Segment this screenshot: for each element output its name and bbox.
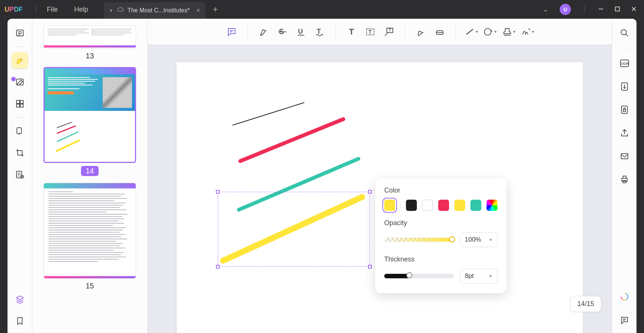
document-tab[interactable]: ▼ The Most C...Institutes* × xyxy=(104,2,205,19)
active-mode-indicator-icon xyxy=(11,77,16,81)
svg-rect-33 xyxy=(623,176,626,178)
svg-rect-8 xyxy=(17,128,21,134)
convert-button[interactable] xyxy=(616,78,633,95)
search-button[interactable] xyxy=(616,25,633,41)
page-thumbnail-15[interactable] xyxy=(43,183,136,279)
minimize-button[interactable] xyxy=(598,6,604,13)
bookmark-button[interactable] xyxy=(12,313,28,329)
dropdown-icon[interactable]: ▼ xyxy=(532,30,535,34)
redact-button[interactable] xyxy=(12,166,28,183)
document-page[interactable]: Color Opacity xyxy=(177,62,583,333)
user-avatar[interactable]: U xyxy=(560,4,571,15)
chevron-down-icon[interactable]: ▼ xyxy=(109,8,113,13)
app-shell: 13 xyxy=(7,19,637,333)
opacity-dropdown[interactable]: 100% ▼ xyxy=(460,232,497,247)
share-button[interactable] xyxy=(616,125,633,141)
textbox-tool[interactable]: T xyxy=(363,24,378,39)
color-swatch-yellow[interactable] xyxy=(454,200,465,211)
dropdown-icon: ▼ xyxy=(489,238,493,242)
separator xyxy=(335,25,336,38)
note-tool[interactable] xyxy=(224,24,239,39)
close-window-button[interactable] xyxy=(631,6,637,13)
menu-help[interactable]: Help xyxy=(66,6,96,13)
dropdown-icon[interactable]: ▼ xyxy=(475,30,479,34)
svg-rect-30 xyxy=(623,109,626,112)
svg-text:T: T xyxy=(389,28,391,32)
opacity-slider[interactable] xyxy=(384,237,454,242)
thickness-value: 8pt xyxy=(465,272,474,280)
canvas-area[interactable]: Color Opacity xyxy=(148,45,612,333)
ocr-button[interactable]: OCR xyxy=(616,55,633,72)
svg-text:UPDF: UPDF xyxy=(4,6,23,13)
organize-pages-button[interactable] xyxy=(12,96,28,112)
menu-divider xyxy=(36,5,36,13)
separator xyxy=(16,46,24,47)
page-thumbnail-13[interactable] xyxy=(43,25,136,49)
svg-text:OCR: OCR xyxy=(621,62,629,66)
text-tool[interactable]: T xyxy=(344,24,359,39)
thickness-dropdown[interactable]: 8pt ▼ xyxy=(460,269,497,284)
maximize-button[interactable] xyxy=(615,6,620,13)
comment-mode-button[interactable] xyxy=(12,52,28,69)
svg-point-25 xyxy=(621,30,626,35)
color-swatch-teal[interactable] xyxy=(470,200,481,211)
collapse-tabs-button[interactable]: ⌄ xyxy=(543,5,548,13)
thickness-label: Thickness xyxy=(384,255,497,263)
stamp-tool[interactable]: ▼ xyxy=(502,24,517,39)
tools-convert-button[interactable] xyxy=(12,123,28,139)
svg-rect-7 xyxy=(20,104,23,107)
color-current-swatch[interactable] xyxy=(384,200,395,211)
print-button[interactable] xyxy=(616,171,633,188)
color-picker-button[interactable] xyxy=(487,200,497,211)
dropdown-icon[interactable]: ▼ xyxy=(494,30,497,34)
close-tab-button[interactable]: × xyxy=(196,7,200,14)
color-swatch-red[interactable] xyxy=(438,200,449,211)
ai-assistant-button[interactable] xyxy=(616,289,633,305)
callout-tool[interactable]: T xyxy=(382,24,397,39)
crop-button[interactable] xyxy=(12,145,28,161)
annotation-line[interactable] xyxy=(233,103,304,125)
separator xyxy=(455,25,456,38)
center-column: S U T T T T xyxy=(148,19,612,333)
comments-panel-button[interactable] xyxy=(616,312,633,329)
strikethrough-tool[interactable]: S xyxy=(275,24,290,39)
divider xyxy=(584,5,585,13)
resize-handle-ne[interactable] xyxy=(368,190,372,194)
underline-tool[interactable]: U xyxy=(294,24,309,39)
resize-handle-se[interactable] xyxy=(368,265,372,269)
resize-handle-sw[interactable] xyxy=(216,265,220,269)
layers-button[interactable] xyxy=(12,291,28,308)
svg-text:T: T xyxy=(349,27,354,36)
pencil-tool[interactable] xyxy=(413,24,428,39)
svg-text:U: U xyxy=(298,28,303,35)
menu-file[interactable]: File xyxy=(39,6,66,13)
svg-rect-31 xyxy=(621,154,628,159)
page-indicator[interactable]: 14/15 xyxy=(570,296,601,312)
email-button[interactable] xyxy=(616,148,633,164)
edit-mode-button[interactable] xyxy=(12,74,28,90)
selection-box[interactable] xyxy=(218,192,370,267)
squiggly-tool[interactable]: T xyxy=(312,24,327,39)
thickness-slider[interactable] xyxy=(384,274,454,278)
thumbnail-panel: 13 xyxy=(32,19,148,333)
reader-mode-button[interactable] xyxy=(12,25,28,41)
svg-point-24 xyxy=(484,28,491,35)
shape-tool[interactable]: ▼ xyxy=(483,24,498,39)
highlight-tool[interactable] xyxy=(256,24,271,39)
separator xyxy=(400,200,401,210)
line-properties-popup: Color Opacity xyxy=(375,178,506,293)
color-swatch-black[interactable] xyxy=(406,200,417,211)
annotation-line[interactable] xyxy=(240,119,343,161)
resize-handle-nw[interactable] xyxy=(216,190,220,194)
app-logo: UPDF xyxy=(0,5,34,13)
dropdown-icon: ▼ xyxy=(489,274,493,278)
new-tab-button[interactable]: + xyxy=(205,4,226,15)
page-thumbnail-14[interactable] xyxy=(43,67,136,163)
signature-tool[interactable]: ▼ xyxy=(520,24,535,39)
right-tool-rail: OCR xyxy=(612,19,637,333)
dropdown-icon[interactable]: ▼ xyxy=(513,30,516,34)
color-swatch-white[interactable] xyxy=(422,200,433,211)
protect-button[interactable] xyxy=(616,102,633,118)
line-tool[interactable]: ▼ xyxy=(464,24,479,39)
eraser-tool[interactable] xyxy=(432,24,447,39)
